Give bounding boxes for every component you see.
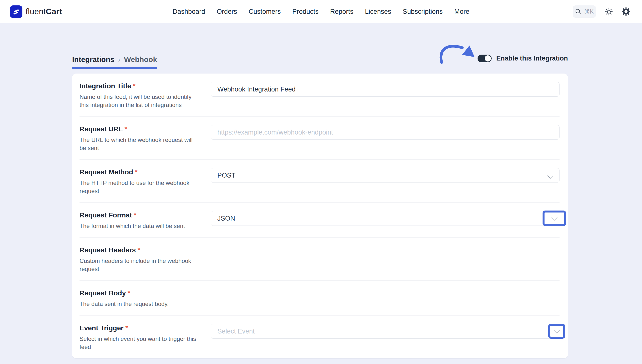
- settings-gear-icon[interactable]: [622, 8, 630, 16]
- event-trigger-select[interactable]: Select Event: [211, 324, 559, 339]
- nav-item-products[interactable]: Products: [292, 8, 318, 16]
- form-row-event-trigger: Event Trigger* Select in which event you…: [80, 316, 559, 358]
- enable-integration-label: Enable this Integration: [496, 54, 568, 62]
- required-asterisk: *: [135, 168, 138, 176]
- toggle-knob: [485, 55, 491, 62]
- field-meta: Request Format* The format in which the …: [80, 211, 204, 230]
- search-shortcut-label: ⌘K: [584, 8, 594, 15]
- field-meta: Request Method* The HTTP method to use f…: [80, 168, 204, 195]
- field-meta: Event Trigger* Select in which event you…: [80, 324, 204, 351]
- field-label: Request Format*: [80, 211, 204, 220]
- brand-logo[interactable]: fluentCart: [10, 6, 62, 18]
- annotation-highlight-format-chevron: [543, 210, 566, 226]
- nav-item-reports[interactable]: Reports: [330, 8, 354, 16]
- select-placeholder: Select Event: [217, 328, 255, 335]
- field-meta: Request URL* The URL to which the webhoo…: [80, 125, 204, 152]
- nav-item-subscriptions[interactable]: Subscriptions: [403, 8, 443, 16]
- form-row-integration-title: Integration Title* Name of this feed, it…: [80, 74, 559, 116]
- brand-name: fluentCart: [26, 7, 62, 16]
- page-header-row: Integrations › Webhook Enable this Integ…: [72, 55, 568, 69]
- field-description: The data sent in the request body.: [80, 300, 198, 308]
- selected-value: JSON: [217, 215, 235, 222]
- breadcrumb-active-indicator: [72, 67, 157, 69]
- request-format-select[interactable]: JSON: [211, 211, 559, 226]
- field-description: The URL to which the webhook request wil…: [80, 136, 198, 152]
- required-asterisk: *: [125, 125, 127, 133]
- form-row-request-headers: Request Headers* Custom headers to inclu…: [80, 238, 559, 280]
- integration-title-input[interactable]: [211, 82, 559, 97]
- form-row-request-format: Request Format* The format in which the …: [80, 203, 559, 238]
- header-actions: ⌘K: [573, 6, 630, 18]
- field-description: Custom headers to include in the webhook…: [80, 257, 198, 273]
- nav-item-licenses[interactable]: Licenses: [365, 8, 391, 16]
- page-body: Integrations › Webhook Enable this Integ…: [0, 23, 642, 364]
- required-asterisk: *: [138, 246, 140, 254]
- breadcrumb: Integrations › Webhook: [72, 55, 157, 69]
- request-method-select[interactable]: POST: [211, 168, 559, 183]
- request-url-input[interactable]: [211, 125, 559, 140]
- breadcrumb-current-page: Webhook: [124, 55, 157, 64]
- field-label: Request URL*: [80, 125, 204, 133]
- chevron-down-icon: [551, 214, 557, 220]
- search-button[interactable]: ⌘K: [573, 6, 596, 18]
- nav-item-orders[interactable]: Orders: [217, 8, 237, 16]
- theme-toggle-sun-icon[interactable]: [605, 8, 613, 16]
- enable-integration-group: Enable this Integration: [478, 54, 568, 62]
- required-asterisk: *: [128, 289, 130, 297]
- nav-item-more[interactable]: More: [454, 8, 469, 16]
- nav-item-customers[interactable]: Customers: [249, 8, 281, 16]
- field-description: Select in which event you want to trigge…: [80, 335, 203, 351]
- top-navbar: fluentCart Dashboard Orders Customers Pr…: [0, 0, 642, 23]
- field-meta: Request Headers* Custom headers to inclu…: [80, 246, 204, 273]
- field-label: Request Body*: [80, 289, 204, 297]
- form-row-request-url: Request URL* The URL to which the webhoo…: [80, 116, 559, 160]
- field-label: Request Method*: [80, 168, 204, 176]
- annotation-arrow-toggle: [439, 40, 477, 64]
- field-meta: Request Body* The data sent in the reque…: [80, 289, 204, 308]
- webhook-settings-card: Integration Title* Name of this feed, it…: [72, 74, 568, 358]
- field-meta: Integration Title* Name of this feed, it…: [80, 82, 204, 109]
- annotation-highlight-event-chevron: [548, 324, 565, 339]
- main-nav: Dashboard Orders Customers Products Repo…: [173, 8, 469, 16]
- search-icon: [575, 8, 582, 15]
- enable-integration-toggle[interactable]: [478, 54, 492, 62]
- field-label: Integration Title*: [80, 82, 204, 90]
- form-row-request-body: Request Body* The data sent in the reque…: [80, 280, 559, 316]
- field-description: The format in which the data will be sen…: [80, 222, 198, 230]
- nav-item-dashboard[interactable]: Dashboard: [173, 8, 205, 16]
- required-asterisk: *: [133, 82, 136, 90]
- selected-value: POST: [217, 172, 236, 179]
- chevron-down-icon: [554, 327, 559, 333]
- chevron-down-icon: [547, 173, 553, 178]
- required-asterisk: *: [134, 211, 136, 219]
- form-row-request-method: Request Method* The HTTP method to use f…: [80, 160, 559, 203]
- breadcrumb-separator-icon: ›: [118, 56, 120, 64]
- field-description: The HTTP method to use for the webhook r…: [80, 179, 198, 195]
- field-label: Request Headers*: [80, 246, 204, 254]
- annotation-arrow-submit: [439, 363, 492, 364]
- field-description: Name of this feed, it will be used to id…: [80, 93, 198, 109]
- required-asterisk: *: [125, 324, 128, 332]
- breadcrumb-integrations-link[interactable]: Integrations: [72, 55, 115, 64]
- field-label: Event Trigger*: [80, 324, 204, 332]
- fluentcart-logo-icon: [10, 6, 23, 18]
